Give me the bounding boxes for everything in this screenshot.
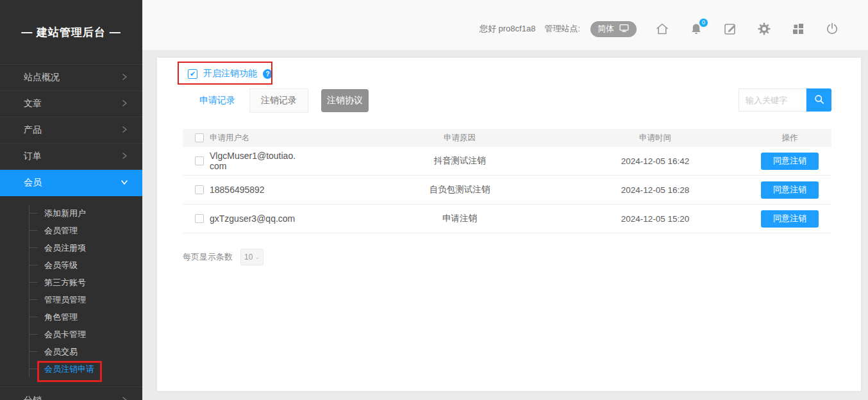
search-input[interactable] — [739, 88, 806, 112]
chevron-right-icon — [121, 396, 128, 400]
chevron-down-icon — [121, 178, 128, 188]
sidebar-item-articles[interactable]: 文章 — [0, 91, 142, 117]
submenu-item-member-levels[interactable]: 会员等级 — [29, 256, 142, 274]
cell-time: 2024-12-05 16:28 — [562, 185, 748, 195]
sidebar-item-label: 订单 — [24, 151, 42, 162]
members-submenu: 添加新用户 会员管理 会员注册项 会员等级 第三方账号 管理员管理 角色管理 会… — [29, 204, 142, 378]
tab-application-records[interactable]: 申请记录 — [190, 88, 244, 113]
tab-bar: 申请记录 注销记录 注销协议 — [190, 88, 369, 113]
sidebar-item-label: 产品 — [24, 124, 42, 136]
submenu-item-member-transactions[interactable]: 会员交易 — [29, 343, 142, 360]
chevron-right-icon — [121, 125, 128, 135]
agree-cancellation-button[interactable]: 同意注销 — [761, 210, 819, 228]
submenu-item-member-cancellation[interactable]: 会员注销申请 — [29, 360, 142, 378]
enable-cancellation-label: 开启注销功能 — [203, 68, 257, 79]
row-checkbox[interactable] — [195, 156, 204, 165]
tab-cancellation-agreement[interactable]: 注销协议 — [321, 89, 369, 112]
sidebar-item-members[interactable]: 会员 — [0, 170, 142, 196]
language-label: 简体 — [597, 23, 614, 35]
cell-username: 18856495892 — [210, 185, 265, 195]
submenu-item-admin-management[interactable]: 管理员管理 — [29, 291, 142, 308]
chevron-down-icon: ⌄ — [255, 254, 260, 260]
notification-badge: 0 — [699, 18, 708, 28]
sidebar-item-site-overview[interactable]: 站点概况 — [0, 65, 142, 91]
help-icon[interactable] — [263, 69, 272, 79]
sidebar: — 建站管理后台 — 站点概况 文章 产品 订单 会员 添加新用户 会员管理 会… — [0, 0, 142, 400]
sidebar-item-distribution[interactable]: 分销 — [0, 387, 142, 400]
cell-reason: 自负包测试注销 — [357, 184, 562, 196]
submenu-item-add-user[interactable]: 添加新用户 — [29, 204, 142, 222]
submenu-item-member-cards[interactable]: 会员卡管理 — [29, 326, 142, 343]
sidebar-bottom-section: 分销 — [0, 387, 142, 400]
row-checkbox[interactable] — [195, 214, 204, 223]
content-panel: 开启注销功能 申请记录 注销记录 注销协议 申请用户名 申请原因 申请时间 操作… — [157, 58, 861, 391]
apps-grid-icon[interactable] — [790, 21, 806, 37]
checkbox-checked-icon[interactable] — [188, 69, 197, 79]
top-bar: 您好 pro8cf1a8 管理站点: 简体 0 — [142, 0, 868, 50]
chevron-right-icon — [121, 99, 128, 109]
page-size-select[interactable]: 10 ⌄ — [240, 249, 263, 265]
column-header-action: 操作 — [748, 133, 831, 144]
sidebar-item-products[interactable]: 产品 — [0, 117, 142, 144]
cell-reason: 抖音测试注销 — [357, 155, 562, 167]
power-icon[interactable] — [824, 21, 840, 37]
home-icon[interactable] — [655, 21, 670, 37]
submenu-item-role-management[interactable]: 角色管理 — [29, 308, 142, 326]
column-header-reason: 申请原因 — [357, 133, 562, 144]
agree-cancellation-button[interactable]: 同意注销 — [761, 181, 819, 199]
enable-cancellation-toggle[interactable]: 开启注销功能 — [188, 67, 272, 80]
search-icon — [813, 93, 826, 108]
submenu-item-thirdparty-accounts[interactable]: 第三方账号 — [29, 274, 142, 291]
sidebar-item-orders[interactable]: 订单 — [0, 144, 142, 170]
settings-gear-icon[interactable] — [756, 21, 772, 37]
user-greeting: 您好 pro8cf1a8 — [480, 23, 535, 35]
table-header-row: 申请用户名 申请原因 申请时间 操作 — [183, 129, 831, 147]
edit-icon[interactable] — [722, 21, 738, 37]
cell-time: 2024-12-05 15:20 — [562, 214, 748, 224]
table-row: 18856495892 自负包测试注销 2024-12-05 16:28 同意注… — [183, 176, 831, 204]
sidebar-item-label: 站点概况 — [24, 72, 60, 83]
row-checkbox[interactable] — [195, 185, 204, 194]
submenu-item-member-management[interactable]: 会员管理 — [29, 222, 142, 239]
notifications-bell-icon[interactable]: 0 — [689, 21, 704, 37]
search-button[interactable] — [806, 88, 831, 112]
cell-username: gxTzguser3@qq.com — [210, 213, 295, 224]
chevron-right-icon — [121, 151, 128, 162]
sidebar-item-label: 分销 — [24, 395, 42, 400]
page-size-label: 每页显示条数 — [183, 251, 233, 263]
sidebar-item-label: 文章 — [24, 98, 42, 110]
cancellation-requests-table: 申请用户名 申请原因 申请时间 操作 VlgcMuser1@toutiao.co… — [183, 129, 831, 233]
table-row: VlgcMuser1@toutiao.com 抖音测试注销 2024-12-05… — [183, 147, 831, 176]
column-header-username: 申请用户名 — [210, 133, 357, 144]
chevron-right-icon — [121, 72, 128, 83]
cell-reason: 申请注销 — [357, 213, 562, 224]
table-row: gxTzguser3@qq.com 申请注销 2024-12-05 15:20 … — [183, 204, 831, 233]
monitor-icon — [619, 22, 630, 35]
submenu-item-registration-fields[interactable]: 会员注册项 — [29, 239, 142, 256]
column-header-time: 申请时间 — [562, 133, 748, 144]
sidebar-item-label: 会员 — [24, 177, 42, 188]
select-all-checkbox[interactable] — [195, 133, 204, 142]
app-logo: — 建站管理后台 — — [0, 0, 142, 65]
managed-site-label: 管理站点: — [544, 23, 580, 35]
language-pill[interactable]: 简体 — [590, 21, 637, 37]
pagination-bar: 每页显示条数 10 ⌄ — [183, 249, 263, 265]
cell-time: 2024-12-05 16:42 — [562, 156, 748, 166]
agree-cancellation-button[interactable]: 同意注销 — [761, 153, 819, 170]
tab-cancellation-records[interactable]: 注销记录 — [249, 88, 308, 113]
page-size-value: 10 — [244, 253, 253, 262]
cell-username: VlgcMuser1@toutiao.com — [210, 151, 298, 171]
